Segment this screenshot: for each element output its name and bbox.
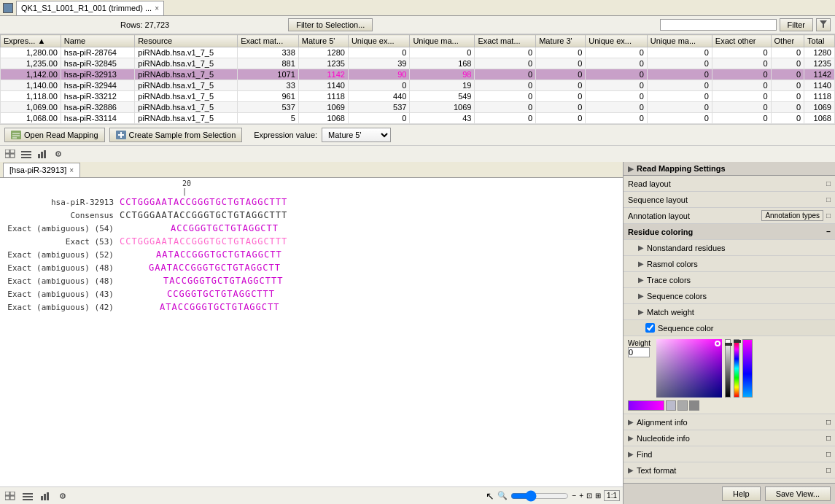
table-row[interactable]: 1,142.00hsa-piR-32913piRNAdb.hsa.v1_7_51… — [1, 69, 835, 80]
table-header-exactmat3[interactable]: Exact mat... — [475, 35, 536, 47]
brightness-slider-track[interactable] — [725, 339, 731, 398]
top-tab-close[interactable]: × — [155, 4, 159, 12]
seq-scroll-area[interactable]: 20| hsa-piR-32913CCTGGGAATACCGGGTGCTGTAG… — [0, 178, 623, 486]
table-cell-exactmat3: 0 — [475, 47, 536, 58]
table-header-uniqueex[interactable]: Unique ex... — [348, 35, 410, 47]
table-cell-exactmat3: 0 — [475, 80, 536, 91]
table-header-exactmat5[interactable]: Exact mat... — [238, 35, 299, 47]
svg-rect-29 — [47, 492, 49, 500]
color-bar-right[interactable] — [742, 339, 753, 398]
table-row[interactable]: 1,068.00hsa-piR-33114piRNAdb.hsa.v1_7_55… — [1, 113, 835, 124]
settings-row-annotation-layout[interactable]: Annotation layout Annotation types □ — [624, 208, 835, 224]
settings-row-seq-layout[interactable]: Sequence layout □ — [624, 192, 835, 208]
fit-btn[interactable]: ⊡ — [586, 492, 592, 500]
table-cell-uniquema3: 0 — [647, 91, 712, 102]
table-header-uniqueex3[interactable]: Unique ex... — [586, 35, 648, 47]
table-header-name[interactable]: Name — [61, 35, 134, 47]
settings-row-trace[interactable]: ▶ Trace colors — [624, 272, 835, 288]
text-format-toggle[interactable]: □ — [826, 466, 831, 474]
annotation-layout-toggle[interactable]: □ — [826, 212, 831, 220]
settings-row-nucleotide-info[interactable]: ▶ Nucleotide info □ — [624, 430, 835, 446]
nonstandard-label: Nonstandard residues — [647, 244, 831, 252]
color-swatches-row — [628, 400, 831, 411]
filter-btn[interactable]: Filter — [780, 18, 813, 31]
svg-rect-8 — [5, 150, 9, 153]
settings-row-text-format[interactable]: ▶ Text format □ — [624, 462, 835, 478]
open-read-mapping-btn[interactable]: Open Read Mapping — [4, 128, 105, 142]
funnel-btn[interactable] — [816, 18, 831, 31]
seq-layout-toggle[interactable]: □ — [826, 195, 831, 203]
expand-btn[interactable]: ⊞ — [595, 492, 601, 500]
plus-btn[interactable]: + — [579, 492, 583, 500]
settings-row-read-layout[interactable]: Read layout □ — [624, 176, 835, 192]
seq-tab[interactable]: [hsa-piR-32913] × — [3, 163, 80, 177]
table-cell-uniquema: 98 — [410, 69, 475, 80]
bottom-btn-row: Help Save View... — [624, 483, 835, 504]
table-row[interactable]: 1,235.00hsa-piR-32845piRNAdb.hsa.v1_7_58… — [1, 58, 835, 69]
seq-icon-btn-2[interactable] — [20, 489, 35, 503]
seq-color-checkbox[interactable] — [645, 323, 655, 333]
nucleotide-info-toggle[interactable]: □ — [826, 434, 831, 442]
table-row[interactable]: 1,069.00hsa-piR-32886piRNAdb.hsa.v1_7_55… — [1, 102, 835, 113]
list-icon — [21, 150, 31, 158]
create-sample-btn[interactable]: Create Sample from Selection — [109, 128, 243, 142]
table-cell-exactmat5: 1071 — [238, 69, 299, 80]
annotation-types-btn[interactable]: Annotation types — [761, 210, 823, 221]
seq-icon-btn-1[interactable] — [3, 489, 18, 503]
seq-icon-btn-3[interactable] — [38, 489, 53, 503]
filter-to-selection-btn[interactable]: Filter to Selection... — [288, 18, 373, 31]
table-header-mature3[interactable]: Mature 3' — [536, 35, 586, 47]
settings-row-nonstandard[interactable]: ▶ Nonstandard residues — [624, 240, 835, 256]
table-cell-resource: piRNAdb.hsa.v1_7_5 — [135, 113, 238, 124]
table-row[interactable]: 1,140.00hsa-piR-32944piRNAdb.hsa.v1_7_53… — [1, 80, 835, 91]
icon-btn-settings[interactable] — [51, 147, 66, 160]
right-scrollable[interactable]: Read layout □ Sequence layout □ Annotati… — [624, 176, 835, 483]
weight-section: Weight — [628, 339, 650, 357]
icon-btn-list[interactable] — [19, 147, 34, 160]
top-tab-item[interactable]: QK1_S1_L001_R1_001 (trimmed) ... × — [16, 1, 164, 15]
weight-input[interactable] — [628, 347, 650, 357]
table-header-resource[interactable]: Resource — [135, 35, 238, 47]
alignment-info-toggle[interactable]: □ — [826, 418, 831, 426]
right-panel-header[interactable]: ▶ Read Mapping Settings — [624, 162, 835, 176]
table-row[interactable]: 1,118.00hsa-piR-33212piRNAdb.hsa.v1_7_59… — [1, 91, 835, 102]
table-row[interactable]: 1,280.00hsa-piR-28764piRNAdb.hsa.v1_7_53… — [1, 47, 835, 58]
minus-btn[interactable]: − — [572, 492, 576, 500]
table-header-expr[interactable]: Expres... ▲ — [1, 35, 61, 47]
read-layout-toggle[interactable]: □ — [826, 179, 831, 187]
seq-tab-close[interactable]: × — [69, 166, 74, 174]
svg-rect-13 — [21, 154, 31, 155]
expr-value-select[interactable]: Mature 5'Mature 3'TotalUnique exact — [322, 128, 391, 142]
table-cell-uniquema3: 0 — [647, 69, 712, 80]
zoom-slider[interactable] — [510, 490, 569, 502]
settings-row-match-weight[interactable]: ▶ Match weight — [624, 304, 835, 320]
settings-row-find[interactable]: ▶ Find □ — [624, 446, 835, 462]
table-header-other[interactable]: Other — [771, 35, 804, 47]
settings-row-residue-coloring[interactable]: Residue coloring − — [624, 224, 835, 240]
table-cell-name: hsa-piR-32845 — [61, 58, 134, 69]
table-header-exactother[interactable]: Exact other — [712, 35, 771, 47]
residue-collapse-btn[interactable]: − — [826, 228, 831, 236]
table-cell-uniqueex3: 0 — [586, 58, 648, 69]
settings-row-alignment-info[interactable]: ▶ Alignment info □ — [624, 414, 835, 430]
filter-input[interactable] — [660, 19, 777, 31]
seq-icon-btn-4[interactable] — [55, 489, 70, 503]
table-header-uniquema[interactable]: Unique ma... — [410, 35, 475, 47]
table-header-total[interactable]: Total — [804, 35, 835, 47]
table-cell-resource: piRNAdb.hsa.v1_7_5 — [135, 80, 238, 91]
settings-row-rasmol[interactable]: ▶ Rasmol colors — [624, 256, 835, 272]
table-header-mature5[interactable]: Mature 5' — [298, 35, 348, 47]
table-header-uniquema3[interactable]: Unique ma... — [647, 35, 712, 47]
help-btn[interactable]: Help — [722, 486, 761, 501]
hue-slider-track[interactable] — [734, 339, 739, 398]
icon-btn-grid[interactable] — [3, 147, 18, 160]
settings-row-seq-color[interactable]: Sequence color — [624, 320, 835, 336]
icon-btn-chart[interactable] — [35, 147, 50, 160]
color-gradient-main[interactable] — [656, 339, 722, 398]
table-cell-expr: 1,140.00 — [1, 80, 61, 91]
settings-row-seq-colors[interactable]: ▶ Sequence colors — [624, 288, 835, 304]
save-view-btn[interactable]: Save View... — [765, 486, 831, 501]
find-toggle[interactable]: □ — [826, 450, 831, 458]
text-format-label: Text format — [637, 466, 826, 475]
trace-expand-icon: ▶ — [638, 276, 644, 284]
